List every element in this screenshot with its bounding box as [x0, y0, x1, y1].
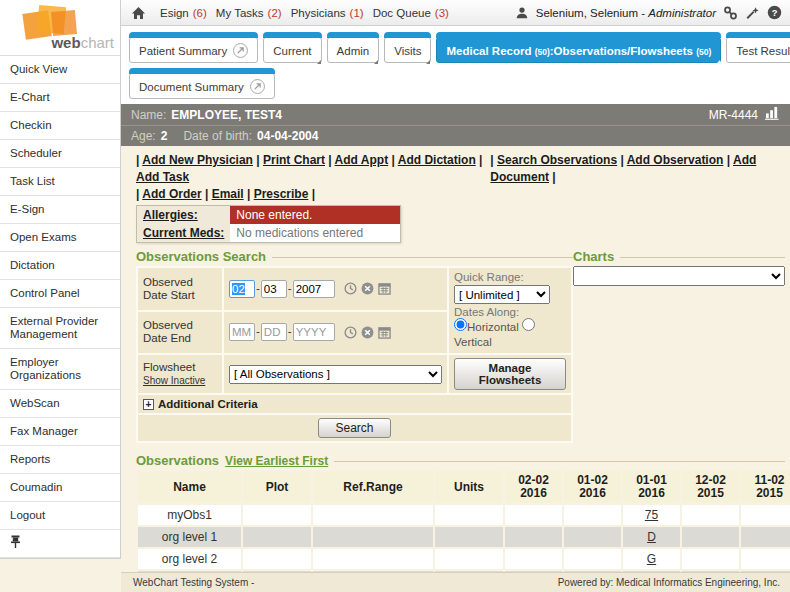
end-calendar-icon[interactable] [378, 326, 391, 339]
link-add-appt[interactable]: Add Appt [335, 153, 389, 167]
link-email[interactable]: Email [212, 187, 244, 201]
dropdown-corner-icon [374, 60, 378, 64]
link-search-observations[interactable]: Search Observations [497, 153, 617, 167]
patient-banner-row1: Name: EMPLOYEE, TEST4 MR-4444 [121, 104, 790, 125]
manage-flowsheets-button[interactable]: Manage Flowsheets [454, 358, 566, 390]
tab-patient-summary[interactable]: Patient Summary [129, 37, 258, 63]
value-cell: G [623, 549, 680, 569]
end-month-input[interactable] [229, 323, 255, 341]
value-cell [682, 549, 739, 569]
additional-criteria-toggle[interactable]: Additional Criteria [158, 398, 258, 410]
value-cell [505, 549, 562, 569]
sidebar-item-reports[interactable]: Reports [0, 446, 120, 474]
sidebar-item-task-list[interactable]: Task List [0, 168, 120, 196]
tab-admin[interactable]: Admin [327, 37, 380, 63]
tab-stripe [263, 32, 321, 38]
nav-my-tasks[interactable]: My Tasks(2) [216, 7, 282, 19]
link-print-chart[interactable]: Print Chart [263, 153, 325, 167]
value-cell [682, 505, 739, 525]
sidebar-item-external-provider-management[interactable]: External Provider Management [0, 308, 120, 349]
link-add-new-physician[interactable]: Add New Physician [142, 153, 253, 167]
tab-visits[interactable]: Visits [384, 37, 431, 63]
sidebar-item-quick-view[interactable]: Quick View [0, 56, 120, 84]
link-add-order[interactable]: Add Order [142, 187, 201, 201]
sidebar-item-fax-manager[interactable]: Fax Manager [0, 418, 120, 446]
allergies-link[interactable]: Allergies: [143, 208, 198, 222]
popout-icon[interactable] [233, 43, 248, 58]
start-calendar-icon[interactable] [378, 282, 391, 295]
start-month-input[interactable]: 02 [229, 280, 255, 298]
sidebar-item-checkin[interactable]: Checkin [0, 112, 120, 140]
current-meds-link[interactable]: Current Meds: [143, 226, 224, 240]
tab-current[interactable]: Current [263, 37, 321, 63]
sidebar-item-dictation[interactable]: Dictation [0, 252, 120, 280]
link-add-observation[interactable]: Add Observation [627, 153, 724, 167]
start-time-clock-icon[interactable] [344, 282, 357, 295]
nav-doc-queue[interactable]: Doc Queue(3) [373, 7, 449, 19]
link-add-dictation[interactable]: Add Dictation [398, 153, 476, 167]
column-header-name: Name [138, 471, 241, 503]
link-chain-icon[interactable] [723, 6, 738, 20]
sidebar-item-e-chart[interactable]: E-Chart [0, 84, 120, 112]
end-time-clock-icon[interactable] [344, 326, 357, 339]
flowsheet-select[interactable]: [ All Observations ] [229, 365, 442, 384]
value-cell [682, 527, 739, 547]
topbar-right: Selenium, Selenium - Administrator ? [515, 5, 782, 20]
footer-left-text: WebChart Testing System - [133, 577, 254, 588]
sidebar-pin-button[interactable] [0, 530, 120, 558]
sidebar-item-employer-organizations[interactable]: Employer Organizations [0, 349, 120, 390]
show-inactive-link[interactable]: Show Inactive [143, 375, 205, 386]
value-cell [564, 505, 621, 525]
tab-document-summary[interactable]: Document Summary [129, 73, 275, 99]
nav-count-badge: (2) [268, 7, 282, 19]
sidebar-item-logout[interactable]: Logout [0, 502, 120, 530]
allergy-meds-box: Allergies: None entered. Current Meds: N… [136, 205, 401, 243]
main-area: Esign(6)My Tasks(2)Physicians(1)Doc Queu… [121, 0, 790, 592]
patient-banner-row2: Age: 2 Date of birth: 04-04-2004 [121, 125, 790, 146]
end-clear-icon[interactable] [361, 326, 374, 339]
observation-value-link[interactable]: 75 [645, 508, 658, 522]
dates-along-vertical-radio[interactable] [522, 318, 535, 331]
search-button[interactable]: Search [318, 418, 390, 438]
action-links-right: | Search Observations | Add Observation … [490, 152, 785, 186]
allergies-value: None entered. [230, 206, 400, 225]
nav-esign[interactable]: Esign(6) [160, 7, 207, 19]
charts-title: Charts [573, 249, 785, 264]
sidebar-item-control-panel[interactable]: Control Panel [0, 280, 120, 308]
link-prescribe[interactable]: Prescribe [254, 187, 309, 201]
sidebar-item-scheduler[interactable]: Scheduler [0, 140, 120, 168]
start-year-input[interactable] [293, 280, 335, 298]
content-area: | Add New Physician | Print Chart | Add … [121, 146, 790, 572]
wand-icon[interactable] [745, 6, 760, 20]
value-cell [564, 527, 621, 547]
sidebar-item-webscan[interactable]: WebScan [0, 390, 120, 418]
sidebar-item-coumadin[interactable]: Coumadin [0, 474, 120, 502]
observation-value-link[interactable]: D [647, 530, 656, 544]
help-icon[interactable]: ? [767, 5, 782, 20]
link-add-task[interactable]: Add Task [136, 170, 189, 184]
view-earliest-first-link[interactable]: View Earliest First [225, 454, 328, 468]
charts-select[interactable] [573, 266, 785, 286]
dates-along-horizontal-radio[interactable] [454, 318, 467, 331]
nav-count-badge: (3) [435, 7, 449, 19]
expand-plus-icon[interactable]: + [143, 399, 154, 410]
end-day-input[interactable] [261, 323, 287, 341]
patient-chart-icon[interactable] [765, 106, 780, 123]
quick-range-select[interactable]: [ Unlimited ] [454, 285, 550, 304]
dob-label: Date of birth: [183, 129, 252, 143]
table-row: org level 1D [138, 527, 790, 547]
webchart-logo[interactable]: webchart [0, 0, 120, 56]
nav-physicians[interactable]: Physicians(1) [291, 7, 364, 19]
tab-medical-record-50-observations-flowsheets-50[interactable]: Medical Record (50):Observations/Flowshe… [436, 37, 721, 63]
obs-name-cell: myObs1 [138, 505, 241, 525]
sidebar-item-e-sign[interactable]: E-Sign [0, 196, 120, 224]
plot-cell [243, 527, 311, 547]
home-icon[interactable] [131, 6, 146, 20]
popout-icon[interactable] [250, 79, 265, 94]
start-clear-icon[interactable] [361, 282, 374, 295]
start-day-input[interactable] [261, 280, 287, 298]
sidebar-item-open-exams[interactable]: Open Exams [0, 224, 120, 252]
end-year-input[interactable] [293, 323, 335, 341]
observation-value-link[interactable]: G [647, 552, 656, 566]
tab-test-results[interactable]: Test Results [726, 37, 790, 63]
